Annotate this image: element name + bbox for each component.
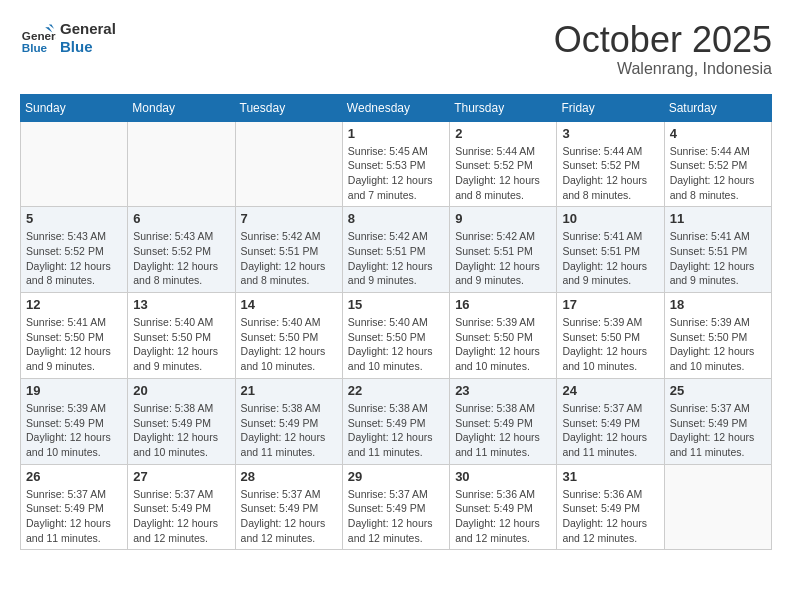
page-header: General Blue General Blue October 2025 W…	[20, 20, 772, 78]
day-info: Sunrise: 5:42 AMSunset: 5:51 PMDaylight:…	[455, 229, 551, 288]
day-number: 11	[670, 211, 766, 226]
calendar-cell: 27Sunrise: 5:37 AMSunset: 5:49 PMDayligh…	[128, 464, 235, 550]
day-number: 24	[562, 383, 658, 398]
day-info: Sunrise: 5:41 AMSunset: 5:51 PMDaylight:…	[562, 229, 658, 288]
calendar-cell: 12Sunrise: 5:41 AMSunset: 5:50 PMDayligh…	[21, 293, 128, 379]
calendar-cell: 22Sunrise: 5:38 AMSunset: 5:49 PMDayligh…	[342, 378, 449, 464]
day-number: 21	[241, 383, 337, 398]
day-info: Sunrise: 5:44 AMSunset: 5:52 PMDaylight:…	[670, 144, 766, 203]
calendar-cell: 14Sunrise: 5:40 AMSunset: 5:50 PMDayligh…	[235, 293, 342, 379]
day-number: 23	[455, 383, 551, 398]
calendar-cell: 25Sunrise: 5:37 AMSunset: 5:49 PMDayligh…	[664, 378, 771, 464]
calendar-cell: 2Sunrise: 5:44 AMSunset: 5:52 PMDaylight…	[450, 121, 557, 207]
day-info: Sunrise: 5:38 AMSunset: 5:49 PMDaylight:…	[133, 401, 229, 460]
day-info: Sunrise: 5:40 AMSunset: 5:50 PMDaylight:…	[348, 315, 444, 374]
calendar-cell	[235, 121, 342, 207]
day-info: Sunrise: 5:44 AMSunset: 5:52 PMDaylight:…	[562, 144, 658, 203]
day-number: 7	[241, 211, 337, 226]
day-number: 2	[455, 126, 551, 141]
day-number: 12	[26, 297, 122, 312]
day-number: 28	[241, 469, 337, 484]
location-title: Walenrang, Indonesia	[554, 60, 772, 78]
day-number: 29	[348, 469, 444, 484]
calendar-cell: 19Sunrise: 5:39 AMSunset: 5:49 PMDayligh…	[21, 378, 128, 464]
calendar-cell	[21, 121, 128, 207]
calendar-cell: 1Sunrise: 5:45 AMSunset: 5:53 PMDaylight…	[342, 121, 449, 207]
calendar-cell: 26Sunrise: 5:37 AMSunset: 5:49 PMDayligh…	[21, 464, 128, 550]
calendar-cell: 24Sunrise: 5:37 AMSunset: 5:49 PMDayligh…	[557, 378, 664, 464]
day-info: Sunrise: 5:38 AMSunset: 5:49 PMDaylight:…	[455, 401, 551, 460]
day-info: Sunrise: 5:42 AMSunset: 5:51 PMDaylight:…	[241, 229, 337, 288]
calendar-cell: 29Sunrise: 5:37 AMSunset: 5:49 PMDayligh…	[342, 464, 449, 550]
day-number: 27	[133, 469, 229, 484]
day-info: Sunrise: 5:37 AMSunset: 5:49 PMDaylight:…	[348, 487, 444, 546]
calendar-cell: 5Sunrise: 5:43 AMSunset: 5:52 PMDaylight…	[21, 207, 128, 293]
day-number: 4	[670, 126, 766, 141]
day-number: 9	[455, 211, 551, 226]
calendar-cell: 18Sunrise: 5:39 AMSunset: 5:50 PMDayligh…	[664, 293, 771, 379]
day-info: Sunrise: 5:42 AMSunset: 5:51 PMDaylight:…	[348, 229, 444, 288]
day-number: 3	[562, 126, 658, 141]
day-info: Sunrise: 5:37 AMSunset: 5:49 PMDaylight:…	[133, 487, 229, 546]
day-number: 18	[670, 297, 766, 312]
day-info: Sunrise: 5:37 AMSunset: 5:49 PMDaylight:…	[241, 487, 337, 546]
day-info: Sunrise: 5:38 AMSunset: 5:49 PMDaylight:…	[348, 401, 444, 460]
calendar-cell: 4Sunrise: 5:44 AMSunset: 5:52 PMDaylight…	[664, 121, 771, 207]
calendar-week-row: 1Sunrise: 5:45 AMSunset: 5:53 PMDaylight…	[21, 121, 772, 207]
day-info: Sunrise: 5:36 AMSunset: 5:49 PMDaylight:…	[455, 487, 551, 546]
calendar-cell: 8Sunrise: 5:42 AMSunset: 5:51 PMDaylight…	[342, 207, 449, 293]
day-info: Sunrise: 5:43 AMSunset: 5:52 PMDaylight:…	[133, 229, 229, 288]
calendar-cell: 15Sunrise: 5:40 AMSunset: 5:50 PMDayligh…	[342, 293, 449, 379]
day-number: 20	[133, 383, 229, 398]
day-info: Sunrise: 5:41 AMSunset: 5:50 PMDaylight:…	[26, 315, 122, 374]
svg-text:Blue: Blue	[22, 41, 48, 54]
day-info: Sunrise: 5:37 AMSunset: 5:49 PMDaylight:…	[670, 401, 766, 460]
calendar-cell: 11Sunrise: 5:41 AMSunset: 5:51 PMDayligh…	[664, 207, 771, 293]
calendar-header-saturday: Saturday	[664, 94, 771, 121]
day-info: Sunrise: 5:37 AMSunset: 5:49 PMDaylight:…	[26, 487, 122, 546]
calendar-cell: 20Sunrise: 5:38 AMSunset: 5:49 PMDayligh…	[128, 378, 235, 464]
day-info: Sunrise: 5:39 AMSunset: 5:50 PMDaylight:…	[455, 315, 551, 374]
day-number: 16	[455, 297, 551, 312]
day-number: 1	[348, 126, 444, 141]
day-info: Sunrise: 5:37 AMSunset: 5:49 PMDaylight:…	[562, 401, 658, 460]
calendar-table: SundayMondayTuesdayWednesdayThursdayFrid…	[20, 94, 772, 551]
calendar-header-wednesday: Wednesday	[342, 94, 449, 121]
day-info: Sunrise: 5:36 AMSunset: 5:49 PMDaylight:…	[562, 487, 658, 546]
calendar-week-row: 5Sunrise: 5:43 AMSunset: 5:52 PMDaylight…	[21, 207, 772, 293]
day-info: Sunrise: 5:39 AMSunset: 5:50 PMDaylight:…	[562, 315, 658, 374]
day-number: 19	[26, 383, 122, 398]
title-block: October 2025 Walenrang, Indonesia	[554, 20, 772, 78]
calendar-week-row: 26Sunrise: 5:37 AMSunset: 5:49 PMDayligh…	[21, 464, 772, 550]
day-info: Sunrise: 5:40 AMSunset: 5:50 PMDaylight:…	[241, 315, 337, 374]
day-info: Sunrise: 5:43 AMSunset: 5:52 PMDaylight:…	[26, 229, 122, 288]
calendar-cell: 23Sunrise: 5:38 AMSunset: 5:49 PMDayligh…	[450, 378, 557, 464]
day-number: 25	[670, 383, 766, 398]
day-info: Sunrise: 5:41 AMSunset: 5:51 PMDaylight:…	[670, 229, 766, 288]
day-number: 5	[26, 211, 122, 226]
calendar-cell: 21Sunrise: 5:38 AMSunset: 5:49 PMDayligh…	[235, 378, 342, 464]
calendar-header-row: SundayMondayTuesdayWednesdayThursdayFrid…	[21, 94, 772, 121]
calendar-cell	[664, 464, 771, 550]
day-info: Sunrise: 5:40 AMSunset: 5:50 PMDaylight:…	[133, 315, 229, 374]
day-number: 15	[348, 297, 444, 312]
calendar-cell: 31Sunrise: 5:36 AMSunset: 5:49 PMDayligh…	[557, 464, 664, 550]
day-number: 14	[241, 297, 337, 312]
logo-general: General	[60, 20, 116, 38]
day-info: Sunrise: 5:39 AMSunset: 5:50 PMDaylight:…	[670, 315, 766, 374]
logo-blue: Blue	[60, 38, 116, 56]
calendar-cell: 10Sunrise: 5:41 AMSunset: 5:51 PMDayligh…	[557, 207, 664, 293]
day-number: 10	[562, 211, 658, 226]
calendar-cell: 3Sunrise: 5:44 AMSunset: 5:52 PMDaylight…	[557, 121, 664, 207]
day-info: Sunrise: 5:44 AMSunset: 5:52 PMDaylight:…	[455, 144, 551, 203]
logo: General Blue General Blue	[20, 20, 116, 56]
calendar-cell: 9Sunrise: 5:42 AMSunset: 5:51 PMDaylight…	[450, 207, 557, 293]
day-number: 13	[133, 297, 229, 312]
day-info: Sunrise: 5:39 AMSunset: 5:49 PMDaylight:…	[26, 401, 122, 460]
calendar-cell: 16Sunrise: 5:39 AMSunset: 5:50 PMDayligh…	[450, 293, 557, 379]
calendar-cell: 28Sunrise: 5:37 AMSunset: 5:49 PMDayligh…	[235, 464, 342, 550]
day-info: Sunrise: 5:38 AMSunset: 5:49 PMDaylight:…	[241, 401, 337, 460]
calendar-header-monday: Monday	[128, 94, 235, 121]
day-number: 26	[26, 469, 122, 484]
day-info: Sunrise: 5:45 AMSunset: 5:53 PMDaylight:…	[348, 144, 444, 203]
